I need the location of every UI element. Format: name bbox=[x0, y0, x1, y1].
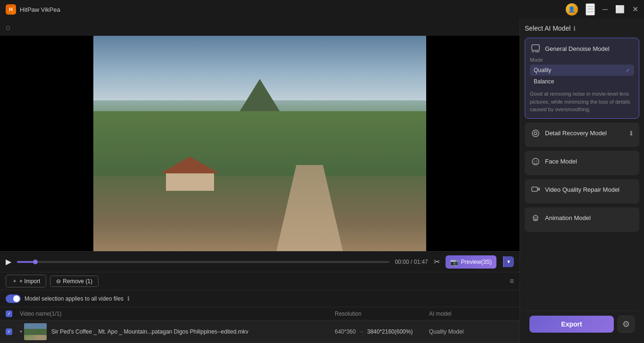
detail-model-name: Detail Recovery Model bbox=[545, 130, 625, 137]
ai-panel-info-icon[interactable]: ℹ bbox=[573, 25, 576, 32]
plus-icon: ＋ bbox=[12, 277, 17, 285]
ai-model-title: Select AI Model bbox=[525, 24, 570, 32]
info-icon[interactable]: ℹ bbox=[127, 295, 130, 302]
remove-button[interactable]: ⊖ Remove (1) bbox=[50, 276, 99, 287]
animation-model-name: Animation Model bbox=[545, 214, 634, 221]
model-card-header-detail: Detail Recovery Model ⬇ bbox=[530, 128, 634, 139]
svg-rect-8 bbox=[532, 187, 537, 191]
model-toggle-switch[interactable] bbox=[6, 294, 21, 303]
svg-point-6 bbox=[534, 161, 535, 162]
expand-arrow-icon[interactable]: ▾ bbox=[20, 329, 22, 334]
svg-point-7 bbox=[537, 161, 537, 162]
header-ai-model: AI model bbox=[429, 310, 514, 317]
mode-balance-label: Balance bbox=[534, 78, 554, 85]
ai-model-header: Select AI Model ℹ bbox=[525, 24, 639, 32]
file-resolution: 640*360 → 3840*2160(600%) bbox=[335, 328, 429, 335]
video-area bbox=[0, 36, 520, 251]
app-title: HitPaw VikPea bbox=[20, 6, 566, 13]
controls-bar: ▶ 00:00 / 01:47 ✂ 📷 Preview(3S) ▼ bbox=[0, 251, 520, 272]
model-toggle-row: Model selection applies to all video fil… bbox=[0, 290, 520, 307]
minimize-button[interactable]: ─ bbox=[603, 6, 608, 13]
mode-section: Mode Quality ✓ Balance Good at removing … bbox=[530, 57, 634, 114]
mode-option-quality[interactable]: Quality ✓ bbox=[530, 65, 634, 76]
toggle-knob bbox=[13, 295, 20, 302]
video-hills bbox=[93, 111, 426, 176]
arrow-right-icon: → bbox=[359, 328, 364, 335]
menu-icon[interactable]: ☰ bbox=[586, 3, 595, 16]
denoise-model-name: General Denoise Model bbox=[545, 45, 634, 52]
model-card-video-quality[interactable]: Video Quality Repair Model bbox=[525, 179, 639, 204]
svg-rect-0 bbox=[532, 45, 539, 50]
video-image bbox=[93, 36, 426, 251]
file-ai-model-value: Quality Model bbox=[429, 328, 514, 335]
mode-option-balance[interactable]: Balance bbox=[530, 76, 634, 87]
file-table-header: ✓ Video name(1/1) Resolution AI model bbox=[0, 307, 520, 320]
import-button[interactable]: ＋ + Import bbox=[6, 275, 46, 287]
model-card-animation[interactable]: Animation Model bbox=[525, 207, 639, 232]
play-button[interactable]: ▶ bbox=[6, 257, 11, 266]
quality-model-icon bbox=[530, 184, 541, 196]
file-row[interactable]: ✓ ▾ Sir Ped's Coffee _ Mt. Apo _ Mountai… bbox=[0, 320, 520, 343]
minus-icon: ⊖ bbox=[56, 278, 61, 285]
quality-model-name: Video Quality Repair Model bbox=[545, 186, 634, 193]
model-card-general-denoise[interactable]: General Denoise Model Mode Quality ✓ Bal… bbox=[525, 38, 639, 119]
mode-label: Mode bbox=[530, 57, 634, 63]
face-model-name: Face Model bbox=[545, 158, 634, 165]
svg-point-3 bbox=[532, 130, 539, 137]
nav-bar: ⌂ bbox=[0, 19, 520, 36]
titlebar-controls: 👤 ☰ ─ ⬜ ✕ bbox=[566, 3, 638, 16]
main-layout: ⌂ ▶ bbox=[0, 19, 644, 343]
close-button[interactable]: ✕ bbox=[632, 6, 638, 13]
model-card-header-face: Face Model bbox=[530, 156, 634, 167]
mode-description: Good at removing noise in movie-level le… bbox=[530, 90, 634, 114]
model-card-face[interactable]: Face Model bbox=[525, 151, 639, 175]
preview-dropdown-button[interactable]: ▼ bbox=[503, 256, 514, 267]
app-logo: H bbox=[6, 4, 16, 15]
progress-bar[interactable] bbox=[17, 261, 389, 263]
model-toggle-label: Model selection applies to all video fil… bbox=[25, 295, 124, 302]
remove-label: Remove (1) bbox=[63, 278, 92, 285]
model-card-header-animation: Animation Model bbox=[530, 212, 634, 224]
target-resolution: 3840*2160(600%) bbox=[367, 328, 413, 335]
file-checkbox[interactable]: ✓ bbox=[6, 328, 12, 335]
settings-button[interactable]: ⚙ bbox=[618, 316, 635, 333]
file-thumbnail bbox=[24, 323, 47, 340]
right-panel: Select AI Model ℹ General Denoise Model … bbox=[520, 19, 644, 343]
source-resolution: 640*360 bbox=[335, 328, 356, 335]
titlebar: H HitPaw VikPea 👤 ☰ ─ ⬜ ✕ bbox=[0, 0, 644, 19]
collapse-button[interactable]: ≡ bbox=[510, 277, 514, 286]
export-bar: Export ⚙ bbox=[525, 310, 639, 337]
maximize-button[interactable]: ⬜ bbox=[615, 6, 625, 13]
mode-check-icon: ✓ bbox=[626, 67, 630, 74]
detail-model-icon bbox=[530, 128, 541, 139]
header-video-name: Video name(1/1) bbox=[20, 310, 335, 317]
header-resolution: Resolution bbox=[335, 310, 429, 317]
model-card-header-quality: Video Quality Repair Model bbox=[530, 184, 634, 196]
video-black-left bbox=[0, 36, 93, 251]
thumb-green bbox=[24, 329, 47, 335]
file-name: Sir Ped's Coffee _ Mt. Apo _ Mountain...… bbox=[51, 328, 335, 335]
file-list-area: Model selection applies to all video fil… bbox=[0, 290, 520, 343]
home-icon[interactable]: ⌂ bbox=[6, 23, 10, 32]
svg-point-4 bbox=[534, 132, 537, 135]
header-checkbox[interactable]: ✓ bbox=[6, 310, 12, 317]
time-display: 00:00 / 01:47 bbox=[395, 259, 428, 265]
model-card-header-denoise: General Denoise Model bbox=[530, 43, 634, 54]
left-panel: ⌂ ▶ bbox=[0, 19, 520, 343]
model-card-detail-recovery[interactable]: Detail Recovery Model ⬇ bbox=[525, 122, 639, 147]
export-button[interactable]: Export bbox=[529, 316, 614, 333]
bottom-toolbar: ＋ + Import ⊖ Remove (1) ≡ bbox=[0, 272, 520, 290]
video-house bbox=[160, 156, 220, 191]
camera-icon: 📷 bbox=[450, 258, 458, 266]
video-canvas bbox=[0, 36, 520, 251]
video-black-right bbox=[426, 36, 520, 251]
denoise-model-icon bbox=[530, 43, 541, 54]
preview-label: Preview(3S) bbox=[461, 259, 492, 265]
import-label: + Import bbox=[19, 278, 40, 285]
face-model-icon bbox=[530, 156, 541, 167]
cut-button[interactable]: ✂ bbox=[434, 257, 440, 266]
preview-button[interactable]: 📷 Preview(3S) bbox=[446, 255, 496, 269]
detail-download-icon[interactable]: ⬇ bbox=[628, 130, 634, 137]
user-avatar[interactable]: 👤 bbox=[566, 3, 578, 16]
animation-model-icon bbox=[530, 212, 541, 224]
